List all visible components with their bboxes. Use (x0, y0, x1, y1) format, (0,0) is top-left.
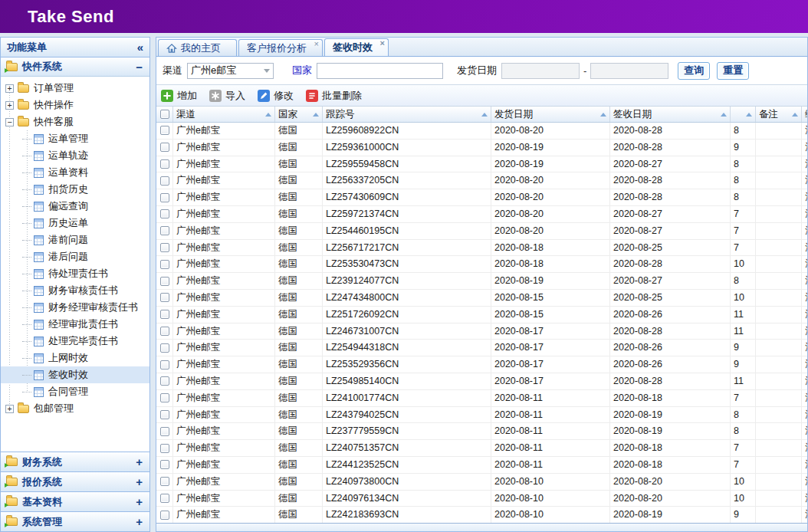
query-button[interactable]: 查询 (678, 62, 710, 80)
cell-edit-action[interactable]: 添加 (802, 390, 807, 406)
tree-item[interactable]: −快件客服 (1, 113, 149, 130)
tree-item[interactable]: 待处理责任书 (1, 265, 149, 282)
sidebar-panel-3[interactable]: 系统管理+ (1, 511, 149, 531)
table-row[interactable]: 广州e邮宝德国LZ259559458CN2020-08-192020-08-27… (156, 156, 807, 173)
expand-plus-icon[interactable]: + (136, 476, 143, 488)
cell-edit-action[interactable]: 添加 (802, 290, 807, 306)
table-row[interactable]: 广州e邮宝德国LZ259608922CN2020-08-202020-08-28… (156, 123, 807, 140)
sort-asc-icon[interactable] (746, 113, 752, 117)
collapse-minus-icon[interactable]: − (136, 61, 143, 73)
cell-edit-action[interactable]: 添加 (802, 123, 807, 139)
table-row[interactable]: 广州e邮宝德国LZ259361000CN2020-08-192020-08-28… (156, 140, 807, 156)
cell-edit-action[interactable]: 添加 (802, 373, 807, 389)
tab-close-icon[interactable]: × (314, 40, 319, 48)
row-checkbox[interactable] (160, 126, 169, 135)
tab-2[interactable]: 签收时效× (324, 38, 389, 56)
cell-edit-action[interactable]: 添加 (802, 172, 807, 189)
cell-edit-action[interactable]: 添加 (802, 307, 807, 323)
sort-asc-icon[interactable] (481, 113, 488, 117)
row-checkbox[interactable] (160, 310, 169, 319)
row-checkbox[interactable] (160, 327, 169, 336)
table-row[interactable]: 广州e邮宝德国LZ256337205CN2020-08-202020-08-28… (156, 172, 807, 189)
table-row[interactable]: 广州e邮宝德国LZ243794025CN2020-08-112020-08-19… (156, 407, 807, 424)
tree-item[interactable]: 上网时效 (1, 350, 149, 366)
cell-edit-action[interactable]: 添加 (802, 240, 807, 256)
tree-item[interactable]: 扣货历史 (1, 181, 149, 198)
row-checkbox[interactable] (160, 460, 169, 469)
column-header-channel[interactable]: 渠道 (173, 107, 275, 122)
table-row[interactable]: 广州e邮宝德国LZ239124077CN2020-08-192020-08-27… (156, 273, 807, 290)
add-button[interactable]: 增加 (161, 89, 197, 103)
tree-item[interactable]: 运单管理 (1, 130, 149, 147)
column-header-days[interactable] (731, 107, 756, 122)
row-checkbox[interactable] (160, 444, 169, 453)
tree-item[interactable]: 经理审批责任书 (1, 316, 149, 333)
row-checkbox[interactable] (160, 159, 169, 169)
expander-icon[interactable]: − (5, 118, 14, 126)
select-all-checkbox[interactable] (160, 110, 169, 119)
table-row[interactable]: 广州e邮宝德国LZ253529356CN2020-08-172020-08-26… (156, 356, 807, 373)
row-checkbox[interactable] (160, 176, 169, 186)
tree-item[interactable]: 偏远查询 (1, 198, 149, 215)
column-header-tracking-no[interactable]: 跟踪号 (323, 107, 491, 122)
edit-button[interactable]: 修改 (258, 89, 294, 103)
row-checkbox[interactable] (160, 143, 169, 152)
cell-edit-action[interactable]: 添加 (802, 273, 807, 289)
tree-item[interactable]: +快件操作 (1, 97, 149, 113)
row-checkbox[interactable] (160, 393, 169, 402)
column-header-remark[interactable]: 备注 (756, 107, 802, 122)
tree-item[interactable]: 签收时效 (1, 366, 149, 383)
expand-plus-icon[interactable]: + (136, 456, 143, 468)
table-row[interactable]: 广州e邮宝德国LZ257430609CN2020-08-202020-08-28… (156, 189, 807, 206)
date-to-input[interactable] (590, 63, 668, 79)
sort-asc-icon[interactable] (600, 113, 606, 117)
expander-icon[interactable]: + (5, 101, 14, 110)
tab-close-icon[interactable]: × (380, 39, 385, 48)
row-checkbox[interactable] (160, 226, 169, 235)
table-row[interactable]: 广州e邮宝德国LZ254460195CN2020-08-202020-08-27… (156, 223, 807, 240)
tree-item[interactable]: 处理完毕责任书 (1, 333, 149, 350)
row-checkbox[interactable] (160, 427, 169, 436)
row-checkbox[interactable] (160, 376, 169, 386)
cell-edit-action[interactable]: 添加 (802, 423, 807, 439)
cell-edit-action[interactable]: 添加 (802, 156, 807, 172)
sort-asc-icon[interactable] (721, 113, 727, 117)
tree-item[interactable]: 运单资料 (1, 164, 149, 181)
tab-0[interactable]: 我的主页 (158, 39, 237, 56)
sidebar-panel-express-system[interactable]: 快件系统 − (1, 57, 149, 77)
table-row[interactable]: 广州e邮宝德国LZ253530473CN2020-08-182020-08-28… (156, 256, 807, 273)
batch-delete-button[interactable]: 批量删除 (306, 89, 362, 103)
cell-edit-action[interactable]: 添加 (802, 323, 807, 340)
tree-item[interactable]: 合同管理 (1, 383, 149, 400)
table-row[interactable]: 广州e邮宝德国LZ237779559CN2020-08-112020-08-19… (156, 423, 807, 440)
cell-edit-action[interactable]: 添加 (802, 407, 807, 423)
sidebar-splitter[interactable] (150, 37, 156, 532)
sort-asc-icon[interactable] (313, 113, 319, 117)
tree-item[interactable]: 运单轨迹 (1, 147, 149, 164)
sidebar-panel-0[interactable]: 财务系统+ (1, 452, 149, 471)
tree-item[interactable]: 港前问题 (1, 232, 149, 248)
row-checkbox[interactable] (160, 494, 169, 503)
cell-edit-action[interactable]: 添加 (802, 206, 807, 222)
sidebar-panel-1[interactable]: 报价系统+ (1, 471, 149, 491)
cell-edit-action[interactable]: 添加 (802, 340, 807, 356)
tree-item[interactable]: 财务审核责任书 (1, 282, 149, 299)
channel-select[interactable]: 广州e邮宝 (187, 63, 274, 79)
sort-asc-icon[interactable] (265, 113, 271, 117)
cell-edit-action[interactable]: 添加 (802, 356, 807, 373)
row-checkbox[interactable] (160, 277, 169, 286)
sort-asc-icon[interactable] (792, 113, 798, 117)
cell-edit-action[interactable]: 添加 (802, 256, 807, 272)
table-row[interactable]: 广州e邮宝德国LZ240976134CN2020-08-102020-08-20… (156, 491, 807, 507)
table-row[interactable]: 广州e邮宝德国LZ254944318CN2020-08-172020-08-26… (156, 340, 807, 356)
expander-icon[interactable]: + (5, 405, 14, 413)
expand-plus-icon[interactable]: + (136, 516, 143, 527)
table-row[interactable]: 广州e邮宝德国LZ251726092CN2020-08-152020-08-26… (156, 307, 807, 323)
cell-edit-action[interactable]: 添加 (802, 507, 807, 523)
tree-item[interactable]: 历史运单 (1, 215, 149, 232)
tree-item[interactable]: 港后问题 (1, 248, 149, 265)
table-row[interactable]: 广州e邮宝德国LZ244123525CN2020-08-112020-08-18… (156, 457, 807, 474)
table-row[interactable]: 广州e邮宝德国LZ246731007CN2020-08-172020-08-28… (156, 323, 807, 340)
row-checkbox[interactable] (160, 360, 169, 369)
date-from-input[interactable] (501, 63, 580, 79)
